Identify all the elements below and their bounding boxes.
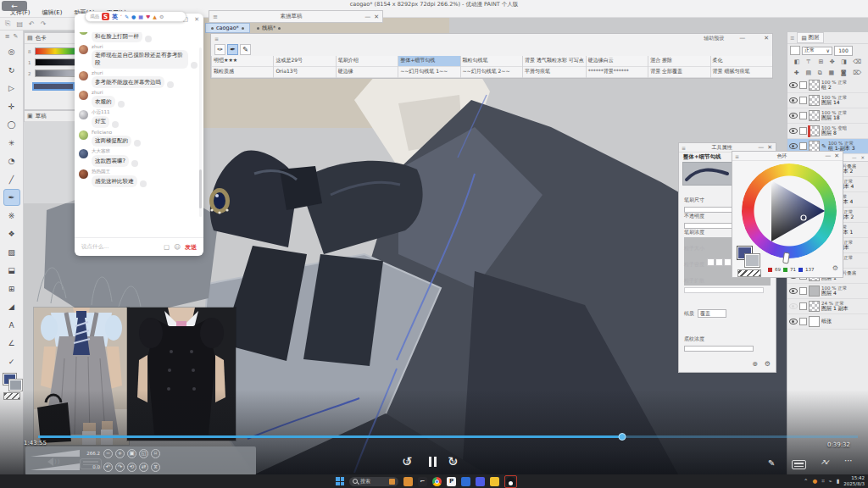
- brush-preset[interactable]: 笔刷介绍: [337, 56, 398, 67]
- eyedropper-tool-icon[interactable]: ◔: [3, 152, 20, 169]
- layer-checkbox[interactable]: [799, 112, 807, 119]
- chat-scrollbar[interactable]: [199, 47, 202, 217]
- navigator-rotate-button[interactable]: ↶: [103, 463, 113, 472]
- start-button[interactable]: [336, 477, 344, 485]
- layer-checkbox[interactable]: [799, 287, 807, 295]
- brush-preset[interactable]: 明恒★★★: [212, 56, 273, 67]
- layer-row[interactable]: › ✎ 100 % 正常图层 14: [787, 93, 868, 108]
- minimize-icon[interactable]: —: [739, 35, 745, 42]
- video-timeline[interactable]: [38, 435, 858, 438]
- gradient-bar[interactable]: [35, 58, 75, 66]
- mini-player-icon[interactable]: [792, 460, 806, 469]
- layer-opacity-value[interactable]: 100: [834, 46, 853, 56]
- message-reaction-icon[interactable]: [140, 180, 147, 187]
- zoom-slider[interactable]: [31, 450, 80, 457]
- transparent-color-swatch[interactable]: [3, 392, 20, 400]
- background-color-swatch[interactable]: [745, 254, 760, 267]
- brush-preset[interactable]: 颗粒质感: [212, 67, 273, 78]
- layer-checkbox[interactable]: [799, 302, 807, 310]
- decoration-tool-icon[interactable]: ❖: [3, 225, 20, 242]
- gradient-row[interactable]: 8: [28, 47, 75, 55]
- message-reaction-icon[interactable]: [118, 101, 125, 108]
- more-options-icon[interactable]: ⋯: [844, 456, 853, 465]
- gradient-row[interactable]: 2: [28, 69, 75, 77]
- layer-color-swatch[interactable]: [790, 46, 800, 55]
- brush-preset[interactable]: ~~幻月勾线笔 1~~: [398, 67, 459, 78]
- layer-toolbar-icon[interactable]: ⧉: [818, 69, 822, 76]
- avatar[interactable]: [79, 130, 88, 140]
- navigator-zoom-button[interactable]: ◱: [139, 449, 148, 458]
- brush-preset[interactable]: 硬边缘: [337, 67, 398, 78]
- polyline-tool-icon[interactable]: ∠: [3, 335, 20, 352]
- navigator-zoom-button[interactable]: ⌑: [151, 449, 160, 458]
- layer-toolbar-icon[interactable]: ▦: [828, 69, 834, 76]
- tab-close-dot[interactable]: [242, 27, 244, 30]
- ime-tool-icon[interactable]: ♥: [146, 14, 150, 19]
- palette-menu-icon[interactable]: ≡: [5, 33, 10, 40]
- timeline-knob[interactable]: [619, 433, 626, 441]
- message-reaction-icon[interactable]: [131, 160, 138, 167]
- back-button[interactable]: ←: [2, 1, 27, 11]
- layer-toolbar-icon[interactable]: ⌫: [853, 58, 861, 65]
- layer-checkbox[interactable]: [799, 318, 807, 325]
- message-reaction-icon[interactable]: [134, 140, 141, 147]
- layer-row[interactable]: › ✎ 100 % 正常图层 18: [787, 108, 868, 124]
- gradient-row[interactable]: 1: [28, 58, 75, 66]
- avatar[interactable]: [79, 45, 88, 54]
- blend-mode-dropdown[interactable]: 正常 ∨: [802, 47, 832, 55]
- document-tab[interactable]: caogao*: [205, 23, 250, 33]
- ime-tool-icon[interactable]: ⚙: [159, 14, 164, 19]
- close-icon[interactable]: ✕: [764, 35, 769, 42]
- brush-preset[interactable]: Oria13号: [274, 67, 335, 78]
- floating-window-titlebar[interactable]: ≡ 素描草稿 — ✕: [209, 10, 383, 23]
- taskbar-app-yellow[interactable]: [490, 477, 499, 486]
- move-tool-icon[interactable]: ✛: [3, 98, 20, 115]
- palette-menu-icon[interactable]: ✎: [14, 33, 19, 40]
- ime-tool-icon[interactable]: ●: [131, 14, 136, 19]
- forward-30-button[interactable]: ↻30: [448, 454, 459, 469]
- avatar[interactable]: [79, 110, 88, 119]
- brush-preset[interactable]: 混合 擦除: [648, 56, 709, 67]
- chat-message-list[interactable]: Feliciano 和在脸上打阴一样 zhuri 老师现在是自己摸阶段还是有参考…: [79, 32, 198, 236]
- quick-tool-icon[interactable]: ▤: [16, 20, 23, 28]
- avatar[interactable]: [79, 169, 88, 179]
- quick-tool-icon[interactable]: ↷: [41, 20, 47, 28]
- line-tool-icon[interactable]: ╱: [3, 171, 20, 188]
- taskbar-clock[interactable]: 15:42 2025/8/3: [843, 475, 865, 486]
- tray-icon[interactable]: ▮: [837, 478, 840, 485]
- fill-tool-icon[interactable]: ⬓: [3, 262, 20, 279]
- menu-item[interactable]: 编辑(E): [37, 8, 68, 17]
- layer-checkbox[interactable]: [799, 127, 807, 135]
- fullscreen-icon[interactable]: ↗↙: [821, 458, 828, 466]
- hamburger-icon[interactable]: ≡: [790, 35, 794, 42]
- close-icon[interactable]: ✕: [767, 144, 772, 151]
- layer-checkbox[interactable]: [799, 81, 807, 89]
- hamburger-icon[interactable]: ≡: [214, 36, 219, 42]
- brush-preset[interactable]: 背景 透气颗粒水彩 可写点: [523, 56, 586, 67]
- pen-tool-icon[interactable]: ✒: [3, 189, 20, 206]
- navigator-rotate-button[interactable]: ⧖: [151, 463, 160, 472]
- taskbar-search[interactable]: 搜索: [349, 477, 398, 486]
- layer-toolbar-icon[interactable]: ✚: [794, 69, 799, 76]
- layer-toolbar-icon[interactable]: ◨: [841, 58, 847, 65]
- message-reaction-icon[interactable]: [167, 81, 174, 88]
- tab-close-dot[interactable]: [278, 27, 281, 30]
- emoji-icon[interactable]: ☺: [174, 243, 181, 251]
- gradient-bar[interactable]: [35, 69, 75, 77]
- layer-row[interactable]: › ✎ 纸张: [787, 314, 868, 330]
- layer-toolbar-icon[interactable]: ◧: [794, 58, 800, 65]
- value-boxes[interactable]: [707, 258, 732, 266]
- navigator-zoom-button[interactable]: +: [115, 449, 125, 458]
- tray-icon[interactable]: ⌁: [829, 478, 832, 485]
- lasso-tool-icon[interactable]: ◯: [3, 116, 20, 133]
- layers-tab[interactable]: ▤ 图层: [797, 32, 823, 43]
- rewind-10-button[interactable]: ↺10: [402, 454, 413, 469]
- brush-preset[interactable]: 硬边缘白云: [587, 56, 648, 67]
- chat-input[interactable]: 说点什么...: [81, 243, 159, 251]
- layer-row[interactable]: › ✎ 100 % 正常图层 4: [787, 284, 868, 299]
- taskbar-app-p[interactable]: P: [447, 477, 456, 486]
- object-select-tool-icon[interactable]: ▷: [3, 80, 20, 97]
- navigator-rotate-button[interactable]: ⇄: [139, 463, 148, 472]
- ime-tool-icon[interactable]: ’: [120, 14, 122, 19]
- minimize-icon[interactable]: —: [852, 155, 857, 160]
